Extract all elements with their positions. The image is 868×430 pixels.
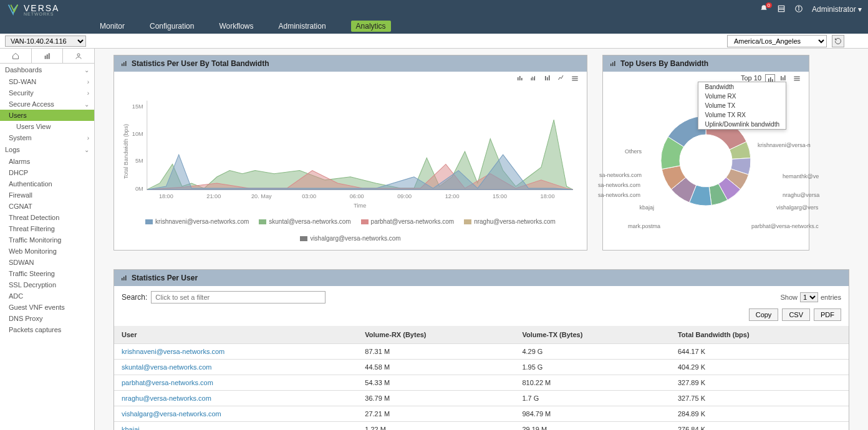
chart-type-stacked[interactable] [543, 74, 553, 84]
donut-label: parbhat@versa-networks.c [751, 223, 819, 229]
sidebar-log-traffic-monitoring[interactable]: Traffic Monitoring [0, 234, 94, 246]
svg-rect-57 [125, 275, 127, 280]
table-cell: 276.84 K [670, 422, 849, 431]
sidebar-log-dns-proxy[interactable]: DNS Proxy [0, 313, 94, 324]
entries-select[interactable]: 1 [800, 292, 818, 302]
nav-configuration[interactable]: Configuration [150, 22, 194, 31]
chart-type-bar[interactable] [516, 74, 526, 84]
svg-rect-6 [45, 56, 46, 59]
chevron-right-icon: › [87, 79, 89, 85]
sidebar-log-threat-detection[interactable]: Threat Detection [0, 212, 94, 223]
svg-rect-17 [532, 77, 533, 80]
dropdown-option[interactable]: Uplink/Downlink bandwidth [698, 120, 786, 129]
svg-rect-18 [534, 77, 534, 80]
dropdown-option[interactable]: Volume RX [698, 92, 786, 101]
legend-item[interactable]: krishnaveni@versa-networks.com [145, 218, 249, 225]
sidebar-dashboards[interactable]: Dashboards⌄ [0, 64, 94, 76]
chart-menu-icon[interactable] [571, 74, 581, 84]
svg-rect-43 [610, 64, 612, 66]
dropdown-option[interactable]: Bandwidth [698, 82, 786, 92]
table-cell: 984.79 M [514, 406, 670, 422]
user-link[interactable]: vishalgarg@versa-networks.com [114, 406, 357, 422]
bar-chart-icon [609, 60, 617, 67]
sidebar-log-packets-captures[interactable]: Packets captures [0, 324, 94, 335]
sidebar-log-firewall[interactable]: Firewall [0, 189, 94, 201]
chart-menu-icon[interactable] [793, 74, 803, 84]
sidebar-users[interactable]: Users [0, 110, 94, 121]
sidebar-log-alarms[interactable]: Alarms [0, 156, 94, 167]
svg-text:09:00: 09:00 [397, 193, 412, 199]
notifications-icon[interactable]: 0 [760, 4, 768, 15]
sidebar-secure-access[interactable]: Secure Access⌄ [0, 98, 94, 110]
nav-workflows[interactable]: Workflows [219, 22, 253, 31]
sidebar-log-cgnat[interactable]: CGNAT [0, 201, 94, 212]
legend-item[interactable]: nraghu@versa-networks.com [464, 218, 556, 225]
sidebar-log-guest-vnf-events[interactable]: Guest VNF events [0, 302, 94, 313]
svg-point-9 [77, 54, 80, 56]
sidebar-security[interactable]: Security› [0, 87, 94, 98]
search-input[interactable] [151, 291, 326, 303]
sidebar-logs[interactable]: Logs⌄ [0, 143, 94, 156]
tab-user-icon[interactable] [63, 49, 95, 63]
dropdown-option[interactable]: Volume TX [698, 101, 786, 110]
user-link[interactable]: kbaiai [114, 422, 357, 431]
export-pdf-button[interactable]: PDF [814, 308, 841, 321]
chevron-right-icon: › [87, 90, 89, 97]
tab-home-icon[interactable] [0, 49, 32, 63]
nav-monitor[interactable]: Monitor [100, 22, 125, 31]
export-csv-button[interactable]: CSV [782, 308, 810, 321]
table-cell: 284.89 K [670, 406, 849, 422]
sidebar-log-web-monitoring[interactable]: Web Monitoring [0, 246, 94, 257]
chart-type-grouped[interactable] [529, 74, 539, 84]
legend-item[interactable]: vishalgarg@versa-networks.com [300, 235, 400, 242]
svg-text:5M: 5M [135, 158, 143, 164]
topbar: VERSA NETWORKS 0 Administrator ▾ [0, 0, 868, 19]
user-link[interactable]: nraghu@versa-networks.com [114, 391, 357, 406]
list-icon[interactable] [777, 4, 786, 15]
sidebar-log-sdwan[interactable]: SDWAN [0, 257, 94, 268]
refresh-button[interactable] [832, 35, 844, 47]
svg-text:18:00: 18:00 [541, 193, 555, 199]
search-label: Search: [122, 293, 147, 302]
sidebar-log-ssl-decryption[interactable]: SSL Decryption [0, 279, 94, 290]
svg-rect-11 [123, 62, 125, 66]
nav-administration[interactable]: Administration [279, 22, 326, 31]
top-metric-dropdown[interactable]: BandwidthVolume RXVolume TXVolume TX RXU… [698, 82, 786, 130]
legend-item[interactable]: skuntal@versa-networks.com [259, 218, 350, 225]
svg-text:Total Bandwidth (bps): Total Bandwidth (bps) [123, 124, 129, 179]
export-copy-button[interactable]: Copy [749, 308, 779, 321]
svg-rect-50 [783, 77, 784, 80]
svg-rect-55 [122, 278, 123, 280]
sidebar-log-threat-filtering[interactable]: Threat Filtering [0, 223, 94, 234]
stats-table: UserVolume-RX (Bytes)Volume-TX (Bytes)To… [114, 326, 849, 430]
donut-label: hemanthk@ve [783, 173, 819, 179]
user-link[interactable]: skuntal@versa-networks.com [114, 360, 357, 375]
table-header[interactable]: Volume-RX (Bytes) [357, 326, 514, 344]
dropdown-option[interactable]: Volume TX RX [698, 110, 786, 120]
sidebar-log-authentication[interactable]: Authentication [0, 178, 94, 189]
user-link[interactable]: parbhat@versa-networks.com [114, 375, 357, 391]
donut-label: sa-networks.com [598, 182, 640, 188]
sidebar-sdwan[interactable]: SD-WAN› [0, 76, 94, 87]
donut-label: sa-networks.com [598, 192, 640, 198]
sidebar-system[interactable]: System› [0, 132, 94, 143]
svg-text:21:00: 21:00 [206, 193, 221, 199]
table-cell: 327.75 K [670, 391, 849, 406]
sidebar-log-adc[interactable]: ADC [0, 290, 94, 302]
sidebar-users-view[interactable]: Users View [0, 121, 94, 132]
host-select[interactable]: VAN-10.40.24.116 [5, 36, 86, 47]
user-link[interactable]: krishnaveni@versa-networks.com [114, 344, 357, 360]
chart-type-line[interactable] [557, 74, 567, 84]
sidebar-log-traffic-steering[interactable]: Traffic Steering [0, 268, 94, 279]
timezone-select[interactable]: America/Los_Angeles [727, 35, 827, 47]
nav-analytics[interactable]: Analytics [351, 21, 391, 32]
table-header[interactable]: Volume-TX (Bytes) [514, 326, 670, 344]
tab-chart-icon[interactable] [32, 49, 64, 63]
table-header[interactable]: Total Bandwidth (bps) [670, 326, 849, 344]
table-header[interactable]: User [114, 326, 357, 344]
admin-menu[interactable]: Administrator ▾ [812, 5, 862, 14]
info-icon[interactable] [794, 4, 803, 15]
table-cell: 29.19 M [514, 422, 670, 431]
legend-item[interactable]: parbhat@versa-networks.com [361, 218, 455, 225]
sidebar-log-dhcp[interactable]: DHCP [0, 167, 94, 178]
